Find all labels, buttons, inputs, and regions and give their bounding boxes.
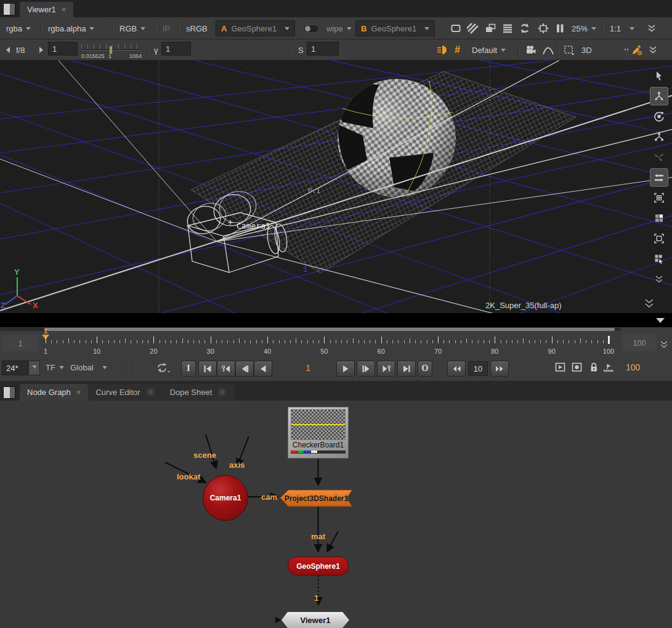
lut-button[interactable]: sRGB (186, 20, 208, 36)
selection-box-icon[interactable] (563, 42, 575, 58)
collapse-toolbar-icon[interactable] (648, 42, 658, 58)
color-sample-icon[interactable] (631, 42, 643, 58)
tab-dope-sheet[interactable]: Dope Sheet × (163, 384, 235, 401)
pause-icon[interactable] (554, 20, 565, 36)
close-icon[interactable]: × (62, 6, 67, 14)
next-view-icon[interactable] (38, 42, 44, 58)
zoom-select[interactable]: 25% (572, 20, 596, 36)
saturation-input[interactable]: 1 (307, 42, 339, 55)
float-window-icon[interactable] (484, 20, 496, 36)
saturation-label: S (298, 42, 304, 58)
lut-curve-icon[interactable] (542, 42, 554, 58)
separator (148, 44, 148, 57)
lock-range-icon[interactable] (589, 362, 599, 372)
close-icon[interactable]: × (217, 388, 227, 397)
collapse-format-icon[interactable] (646, 300, 653, 307)
channels-select[interactable]: rgba (6, 20, 31, 36)
tab-node-graph[interactable]: Node Graph × (20, 384, 88, 401)
fps-select[interactable]: 24* (2, 361, 40, 375)
gain-slider[interactable]: 0.01562511064 (81, 42, 142, 58)
record-icon[interactable] (572, 362, 583, 372)
output-range-button[interactable]: O (418, 361, 432, 377)
camera-name-label: Camera1 (237, 221, 270, 230)
rotate-tool-icon[interactable] (650, 107, 668, 126)
refresh-icon[interactable] (519, 20, 531, 36)
input-b-select[interactable]: B GeoSphere1 (355, 20, 435, 36)
ruler-tick (358, 340, 359, 343)
grid-layout-icon[interactable] (650, 189, 668, 207)
translate-tool-icon[interactable] (650, 87, 668, 105)
tile-layout-icon[interactable] (650, 209, 668, 227)
transform-handles-icon[interactable] (650, 148, 668, 166)
view-mode-select[interactable]: 3D (581, 42, 629, 58)
close-icon[interactable]: × (76, 388, 81, 396)
input-range-button[interactable]: I (181, 361, 196, 377)
wipe-toggle[interactable] (303, 20, 319, 36)
wipe-mode-select[interactable]: wipe (326, 20, 352, 36)
gain-input[interactable]: 1 (48, 42, 78, 55)
collapse-timeline-icon[interactable] (659, 340, 669, 349)
layer-select[interactable]: rgba.alpha (48, 20, 94, 36)
info-dropdown-icon[interactable] (656, 318, 665, 327)
flipbook-icon[interactable] (555, 362, 566, 372)
frame-range-mode-select[interactable]: Global (70, 363, 107, 372)
input-process-button[interactable]: IP (163, 20, 170, 36)
goto-start-button[interactable] (198, 361, 217, 377)
headlamp-light-icon[interactable] (436, 42, 448, 58)
step-forward-button[interactable] (357, 361, 375, 377)
display-channel-select[interactable]: RGB (119, 20, 145, 36)
range-end-display[interactable]: 100 (626, 362, 640, 372)
step-back-button[interactable] (235, 361, 254, 377)
range-out-box[interactable]: 100 (622, 334, 657, 351)
ruler-tick (330, 340, 331, 343)
arrange-panels-icon[interactable] (650, 250, 668, 268)
node-project3dshader-label[interactable]: Project3DShader1 (280, 490, 352, 507)
range-in-box[interactable]: 1 (2, 335, 39, 351)
current-frame-display[interactable]: 1 (306, 362, 310, 373)
viewer-process-select[interactable]: Default (472, 42, 506, 58)
ruler-tick (46, 336, 46, 343)
collapse-toolbar-icon[interactable] (647, 20, 657, 36)
gamma-input[interactable]: 1 (161, 42, 191, 55)
pixel-aspect-select[interactable]: 1:1 (610, 20, 634, 36)
more-tools-chevron-icon[interactable] (650, 270, 668, 288)
range-slider-icon[interactable] (602, 362, 615, 372)
wireframe-overlay-icon[interactable]: # (455, 42, 460, 58)
prev-view-icon[interactable] (5, 42, 11, 58)
viewport-3d[interactable]: Camera1 0.1 1 Y X Z 2K_Super_35(full-ap) (0, 60, 672, 313)
node-checkerboard[interactable]: CheckerBoard1 (288, 407, 349, 459)
goto-end-button[interactable] (397, 361, 416, 377)
input-a-select[interactable]: A GeoSphere1 (216, 20, 295, 36)
next-keyframe-button[interactable] (377, 361, 395, 377)
monitor-output-icon[interactable] (450, 20, 462, 36)
tab-viewer1[interactable]: Viewer1 × (20, 2, 73, 17)
scale-tool-icon[interactable] (650, 128, 668, 146)
scanline-icon[interactable] (501, 20, 514, 36)
prev-keyframe-button[interactable] (217, 361, 235, 377)
playback-loop-icon[interactable] (155, 362, 171, 373)
node-graph-canvas[interactable]: CheckerBoard1 Camera1 Project3DShader1 G… (0, 401, 672, 628)
play-forward-button[interactable] (336, 361, 355, 377)
node-geosphere[interactable]: GeoSphere1 (288, 557, 349, 576)
film-camera-icon[interactable] (525, 42, 537, 58)
frame-increment-box[interactable]: 10 (468, 361, 488, 376)
split-layout-icon[interactable] (650, 168, 668, 187)
close-icon[interactable]: × (146, 388, 155, 397)
node-viewer[interactable]: Viewer1 (281, 612, 349, 628)
roi-icon[interactable] (537, 20, 549, 36)
viewport-canvas[interactable]: Camera1 0.1 1 Y X Z 2K_Super_35(full-ap) (0, 60, 672, 313)
pane-menu-icon[interactable] (3, 386, 15, 399)
jump-back-button[interactable] (447, 361, 466, 377)
play-backward-button[interactable] (254, 361, 272, 377)
jump-forward-button[interactable] (490, 361, 509, 377)
tab-curve-editor[interactable]: Curve Editor × (88, 384, 162, 401)
proxy-mode-icon[interactable] (467, 20, 479, 36)
timeline-tf-select[interactable]: TF (46, 363, 64, 372)
pane-menu-icon[interactable] (3, 3, 15, 15)
select-tool-icon[interactable] (650, 67, 668, 85)
frame-ruler[interactable]: 1 1 1102030405060708090100 (0, 327, 621, 357)
node-camera[interactable]: Camera1 (203, 475, 248, 521)
fit-frame-icon[interactable] (650, 229, 668, 248)
ruler-tick (484, 340, 484, 343)
geosphere-object[interactable] (338, 79, 456, 197)
